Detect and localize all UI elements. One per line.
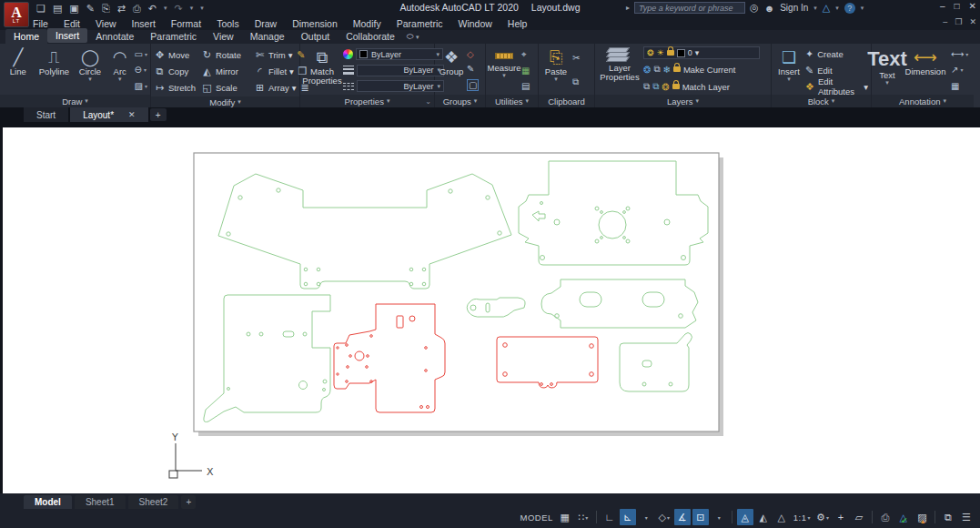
group-selection-toggle[interactable]: ▢ xyxy=(467,79,479,91)
annotation-scale-button[interactable]: △ xyxy=(773,509,790,525)
help-icon[interactable]: ? xyxy=(844,3,855,14)
utilities-panel-label[interactable]: Utilities▾ xyxy=(486,95,538,107)
tab-manage[interactable]: Manage xyxy=(242,29,293,44)
search-expand-icon[interactable]: ▸ xyxy=(626,4,630,12)
move-button[interactable]: ✥Move xyxy=(154,46,201,63)
tab-parametric[interactable]: Parametric xyxy=(142,29,205,44)
menu-file[interactable]: File xyxy=(33,18,48,29)
file-tab-start[interactable]: Start xyxy=(24,107,68,122)
doc-restore-button[interactable]: ❐ xyxy=(955,17,962,26)
search-icon[interactable]: ◎ xyxy=(750,2,759,14)
new-layout-button[interactable]: + xyxy=(181,495,196,509)
cut-button[interactable]: ✂ xyxy=(572,53,580,63)
stretch-button[interactable]: ↦Stretch xyxy=(154,79,201,96)
hatch-button[interactable]: ▨▾ xyxy=(135,81,147,91)
menu-insert[interactable]: Insert xyxy=(132,18,156,29)
sign-in-button[interactable]: Sign In xyxy=(780,3,808,13)
clean-screen-button[interactable]: ⧉ xyxy=(940,509,956,525)
create-block-button[interactable]: ✦Create xyxy=(805,46,868,61)
minimize-button[interactable]: – xyxy=(940,1,945,11)
dimension-button[interactable]: ⟷ Dimension xyxy=(902,46,949,95)
rectangle-button[interactable]: ▭▾ xyxy=(135,49,147,59)
rotate-button[interactable]: ↻Rotate xyxy=(201,46,254,63)
scale-list-button[interactable]: 1:1▾ xyxy=(792,509,813,525)
measure-button[interactable]: Measure ▾ xyxy=(489,46,520,95)
grid-toggle[interactable]: ▦ xyxy=(557,509,573,525)
polar-caret[interactable]: ▾ xyxy=(638,509,654,525)
save-as-icon[interactable]: ✎ xyxy=(86,1,95,15)
id-point-button[interactable]: ⌖ xyxy=(521,49,530,60)
edit-block-button[interactable]: ✎Edit xyxy=(805,63,868,77)
tab-insert[interactable]: Insert xyxy=(47,28,87,43)
plot-button[interactable]: ⎙ xyxy=(877,509,894,525)
doc-close-button[interactable]: ✕ xyxy=(969,17,976,26)
layout-tab-sheet1[interactable]: Sheet1 xyxy=(75,495,126,509)
search-input[interactable]: Type a keyword or phrase xyxy=(634,2,745,14)
text-button[interactable]: Text Text ▾ xyxy=(874,46,900,95)
object-snap-toggle[interactable]: ⊡ xyxy=(692,509,709,525)
paste-button[interactable]: ⎘ Paste ▾ xyxy=(541,46,571,95)
tab-home[interactable]: Home xyxy=(5,29,47,44)
trusted-dwg-indicator[interactable]: △✔ xyxy=(895,509,912,525)
scale-button[interactable]: ◱Scale xyxy=(201,79,254,96)
user-icon[interactable]: ☻ xyxy=(764,3,775,14)
snap-toggle[interactable]: ∷▾ xyxy=(575,509,591,525)
file-tab-close-icon[interactable]: ✕ xyxy=(128,110,136,119)
qat-customize-icon[interactable]: ▾ xyxy=(200,1,204,15)
help-caret-icon[interactable]: ▾ xyxy=(861,5,864,12)
menu-dimension[interactable]: Dimension xyxy=(292,18,338,29)
modify-panel-label[interactable]: Modify▾ xyxy=(151,96,299,107)
match-properties-button[interactable]: ⧉ Match Properties xyxy=(303,46,341,95)
osnap-tracking-toggle[interactable]: ∡ xyxy=(674,509,691,525)
menu-window[interactable]: Window xyxy=(458,18,491,29)
mirror-button[interactable]: ◭Mirror xyxy=(201,63,254,79)
layer-turnoff-icon[interactable]: ❂ xyxy=(662,82,669,92)
menu-edit[interactable]: Edit xyxy=(64,18,80,29)
quick-select-button[interactable]: ▦ xyxy=(521,66,530,76)
new-drawing-tab-button[interactable]: + xyxy=(150,108,167,121)
line-button[interactable]: ╱ Line xyxy=(3,46,34,95)
redo-caret-icon[interactable]: ▾ xyxy=(190,1,194,15)
properties-dialog-launcher-icon[interactable]: ⌄ xyxy=(425,97,431,106)
layer-unlock-icon[interactable] xyxy=(672,84,680,89)
plot-stamp-icon[interactable]: ⎘ xyxy=(102,1,110,15)
redo-icon[interactable]: ↷ xyxy=(174,1,182,15)
doc-minimize-button[interactable]: – xyxy=(943,17,947,26)
quick-properties-toggle[interactable]: ▱ xyxy=(851,509,867,525)
trim-button[interactable]: ✄Trim▾✎ xyxy=(254,46,307,63)
copy-clip-button[interactable]: ⧉ xyxy=(572,76,580,87)
ribbon-options-icon[interactable]: ⬭ ▾ xyxy=(403,30,423,44)
layer-dropdown[interactable]: ❂ ☀ 0 ▾ xyxy=(643,46,760,59)
annotation-monitor-button[interactable]: + xyxy=(833,509,849,525)
ungroup-button[interactable]: ◇ xyxy=(467,49,479,59)
table-button[interactable]: ▦ xyxy=(951,81,968,91)
save-icon[interactable]: ▣ xyxy=(69,1,78,15)
open-icon[interactable]: ▤ xyxy=(53,1,62,15)
tab-view[interactable]: View xyxy=(205,29,242,44)
menu-format[interactable]: Format xyxy=(171,18,201,29)
cad-viewport[interactable]: X Y xyxy=(0,127,980,493)
menu-draw[interactable]: Draw xyxy=(255,18,278,29)
menu-parametric[interactable]: Parametric xyxy=(397,18,443,29)
quick-calculator-button[interactable]: ▤ xyxy=(521,81,530,91)
layer-off-icon[interactable]: ❂ xyxy=(643,65,651,75)
lineweight-dropdown[interactable]: ByLayer▾ xyxy=(357,65,444,76)
autocad-logo[interactable]: A LT xyxy=(4,2,29,27)
undo-icon[interactable]: ↶ xyxy=(148,1,157,15)
close-button[interactable]: ✕ xyxy=(969,1,976,11)
layer-vpfreeze-icon[interactable]: ⧉ xyxy=(652,81,659,92)
edit-attributes-button[interactable]: ❖Edit Attributes▾ xyxy=(805,79,868,94)
make-current-button[interactable]: Make Current xyxy=(683,65,736,75)
layout-tab-model[interactable]: Model xyxy=(24,495,72,509)
block-panel-label[interactable]: Block▾ xyxy=(772,95,871,107)
annotation-panel-label[interactable]: Annotation▾ xyxy=(872,95,974,107)
menu-help[interactable]: Help xyxy=(508,18,528,29)
linetype-dropdown[interactable]: ByLayer▾ xyxy=(357,80,444,92)
customization-button[interactable]: ☰ xyxy=(958,509,975,525)
maximize-button[interactable]: □ xyxy=(955,1,960,11)
dim-linear-button[interactable]: ⟷▾ xyxy=(951,49,968,59)
isometric-drafting-toggle[interactable]: ◇▾ xyxy=(656,509,672,525)
new-icon[interactable]: ❏ xyxy=(36,1,45,15)
groups-panel-label[interactable]: Groups▾ xyxy=(435,95,485,107)
tab-collaborate[interactable]: Collaborate xyxy=(338,29,403,44)
